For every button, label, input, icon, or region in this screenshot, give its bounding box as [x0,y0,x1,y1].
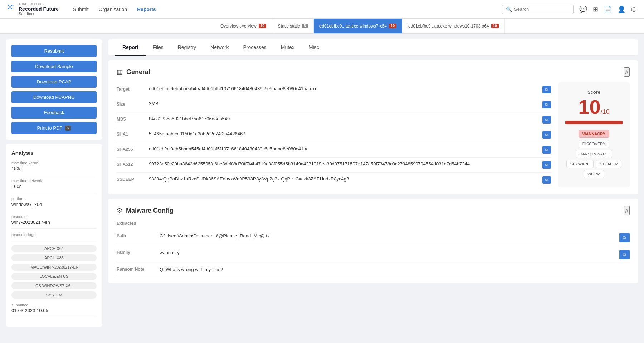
extracted-label: Extracted [117,221,630,226]
nav-reports[interactable]: Reports [137,5,156,14]
malware-config-section: ⚙ Malware Config ∧ Extracted Path C:\Use… [108,199,638,283]
search-icon: 🔍 [506,6,512,12]
resubmit-button[interactable]: Resubmit [11,45,97,57]
svg-rect-3 [11,8,12,9]
config-row-ransom-note: Ransom Note Q: What's wrong with my file… [117,263,630,276]
tab-overview-badge: 10 [259,24,266,28]
score-denom: /10 [601,108,610,116]
svg-rect-5 [12,5,14,6]
top-nav: THREAT/SECOPS Recorded Future Sandbox Su… [0,0,644,19]
copy-sha512-button[interactable]: ⧉ [542,161,551,169]
tab-files[interactable]: Files [146,39,171,56]
copy-path-button[interactable]: ⧉ [619,233,630,242]
messages-icon[interactable]: 💬 [579,5,587,13]
tab-overview[interactable]: Overview overview 10 [215,19,272,33]
logo-icon [7,4,16,14]
info-row-sha1: SHA1 5ff465afaabcbf0150d1a3ab2c2e74f3a44… [117,127,551,142]
score-tag-spyware: SPYWARE [566,160,594,168]
main-layout: Resubmit Download Sample Download PCAP D… [0,34,644,332]
info-row-sha512: SHA512 90723a50c20ba3643d625595fd6be8dcf… [117,158,551,173]
nav-submit[interactable]: Submit [73,5,89,14]
nav-links: Submit Organization Reports [73,5,156,14]
analysis-panel: Analysis max time kernel 153s max time n… [6,144,102,327]
tab-registry[interactable]: Registry [171,39,203,56]
malware-config-icon: ⚙ [117,207,122,214]
analysis-platform: platform windows7_x64 [11,197,97,211]
score-tag-discovery: DISCOVERY [579,140,610,148]
score-tag-ransomware: RANSOMWARE [576,150,613,158]
tab-windows10[interactable]: ed01ebfbc9...aa.exe windows10-1703-x64 1… [402,19,505,33]
tab-static-badge: 3 [302,24,308,28]
copy-md5-button[interactable]: ⧉ [542,116,551,124]
resource-tags: ARCH:X64 ARCH:X86 IMAGE:WIN7-20230217-EN… [11,245,97,299]
score-tags: WANNACRY DISCOVERY RANSOMWARE SPYWARE ST… [565,130,623,178]
copy-sha1-button[interactable]: ⧉ [542,131,551,139]
svg-rect-1 [11,5,12,6]
sidebar: Resubmit Download Sample Download PCAP D… [6,39,102,327]
malware-config-collapse-button[interactable]: ∧ [624,206,630,215]
tab-static[interactable]: Static static 3 [272,19,314,33]
print-pdf-button[interactable]: Print to PDF ? [11,122,97,134]
copy-family-button[interactable]: ⧉ [619,250,630,259]
download-pcap-button[interactable]: Download PCAP [11,76,97,88]
tab-windows7[interactable]: ed01ebfbc9...aa.exe windows7-x64 10 [314,19,402,33]
main-content: Report Files Registry Network Processes … [108,39,638,327]
sidebar-actions: Resubmit Download Sample Download PCAP D… [6,39,102,140]
feedback-button[interactable]: Feedback [11,107,97,119]
search-input[interactable] [514,6,570,12]
docs-icon[interactable]: 📄 [604,5,612,13]
search-box[interactable]: 🔍 [502,5,574,14]
logo: THREAT/SECOPS Recorded Future Sandbox [7,3,59,16]
analysis-max-time-network: max time network 160s [11,179,97,193]
general-body: Target ed01ebfbc9eb5bbea545af4d01bf5f107… [117,82,630,187]
tab-report[interactable]: Report [115,39,146,56]
analysis-resource-tags: resource tags [11,232,97,241]
general-title: General [126,68,150,76]
print-badge: ? [65,126,71,131]
tag-image-win7: IMAGE:WIN7-20230217-EN [11,264,97,271]
analysis-submitted: submitted 01-03-2023 10:05 [11,303,97,317]
tab-bar: Overview overview 10 Static static 3 ed0… [0,19,644,34]
tab-network[interactable]: Network [203,39,236,56]
analysis-resource: resource win7-20230217-en [11,214,97,229]
info-row-md5: MD5 84c82835a5d21bbcf75a61706d8ab549 ⧉ [117,112,551,127]
nav-organization[interactable]: Organization [99,5,127,14]
score-tag-stealer: STEALER [596,160,621,168]
score-bar [565,121,623,124]
info-row-size: Size 3MB ⧉ [117,97,551,112]
info-row-sha256: SHA256 ed01ebfbc9eb5bbea545af4d01bf5f107… [117,142,551,158]
copy-ssdeep-button[interactable]: ⧉ [542,176,551,184]
grid-icon[interactable]: ⊞ [593,5,598,13]
user-icon[interactable]: 👤 [618,5,625,13]
tag-os-windows7: OS:WINDOWS7-X64 [11,282,97,289]
score-tag-worm: WORM [584,170,604,178]
tab-windows10-badge: 10 [491,24,499,28]
copy-target-button[interactable]: ⧉ [542,86,551,93]
score-label: Score [587,90,600,95]
score-number: 10 [578,97,600,117]
copy-size-button[interactable]: ⧉ [542,101,551,108]
tag-arch-x86: ARCH:X86 [11,254,97,261]
svg-rect-4 [9,6,11,8]
malware-config-header: ⚙ Malware Config ∧ [117,206,630,215]
general-section: ▦ General ∧ Target ed01ebfbc9eb5bbea545a… [108,60,638,194]
report-tabs: Report Files Registry Network Processes … [108,39,638,56]
score-panel: Score 10 /10 WANNACRY DISCOVERY RANSOMWA… [558,82,630,187]
config-row-family: Family wannacry ⧉ [117,246,630,263]
nav-right: 🔍 💬 ⊞ 📄 👤 ⬡ [502,5,637,14]
svg-rect-0 [8,5,9,6]
general-icon: ▦ [117,68,123,76]
copy-sha256-button[interactable]: ⧉ [542,146,551,154]
logout-icon[interactable]: ⬡ [631,5,637,13]
tab-misc[interactable]: Misc [302,39,326,56]
general-collapse-button[interactable]: ∧ [624,67,630,77]
download-sample-button[interactable]: Download Sample [11,61,97,72]
tag-arch-x64: ARCH:X64 [11,245,97,252]
general-header: ▦ General ∧ [117,67,630,77]
download-pcapng-button[interactable]: Download PCAPNG [11,91,97,103]
score-tag-wannacry: WANNACRY [579,130,609,138]
tag-locale: LOCALE:EN-US [11,273,97,280]
general-info: Target ed01ebfbc9eb5bbea545af4d01bf5f107… [117,82,551,187]
tab-mutex[interactable]: Mutex [274,39,302,56]
tab-processes[interactable]: Processes [236,39,273,56]
